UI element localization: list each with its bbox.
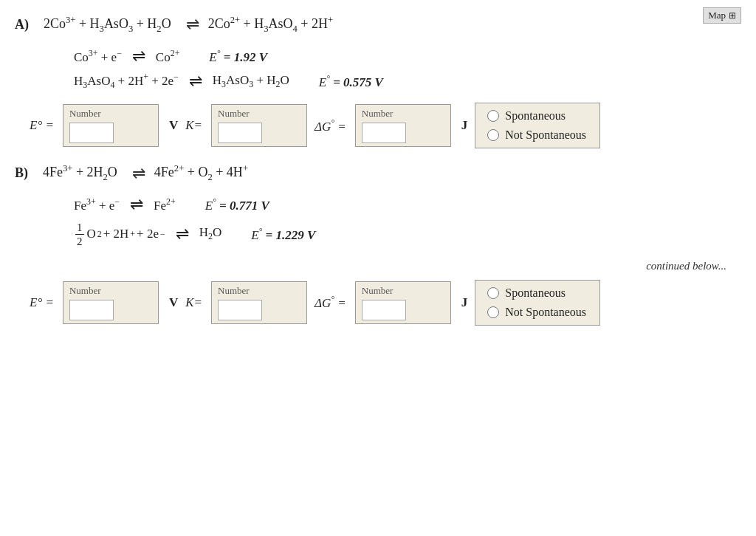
section-a-e-unit: V xyxy=(169,118,178,133)
section-b-k-number-label: Number xyxy=(218,285,300,297)
hr2-evalue: E° = 0.575 V xyxy=(319,73,383,90)
section-b-half-reaction-1: Fe3+ + e− ⇌ Fe2+ E° = 0.771 V xyxy=(74,196,741,213)
section-b-spontaneous-option[interactable]: Spontaneous xyxy=(487,286,588,300)
section-a-dg-label: ΔG° = xyxy=(315,117,346,134)
section-b-input-row: E° = Number V K= Number ΔG° = Number J S… xyxy=(30,280,741,326)
section-b-k-box: Number xyxy=(211,281,307,324)
section-a-k-box: Number xyxy=(211,104,307,147)
hr2-arrow: ⇌ xyxy=(189,73,202,89)
section-a-spontaneous-label: Spontaneous xyxy=(505,109,566,123)
hr1-right: Co2+ xyxy=(156,48,180,65)
section-b-half-reactions: Fe3+ + e− ⇌ Fe2+ E° = 0.771 V 1 2 O2 + 2… xyxy=(74,196,741,248)
section-b-not-spontaneous-label: Not Spontaneous xyxy=(505,306,586,319)
hr1-evalue: E° = 1.92 V xyxy=(209,48,267,65)
hr1-left: Co3+ + e− xyxy=(74,48,122,65)
section-b-spontaneous-label: Spontaneous xyxy=(505,286,566,300)
section-a-spontaneous-option[interactable]: Spontaneous xyxy=(487,109,588,123)
section-b-half-reaction-2: 1 2 O2 + 2H+ + 2e− ⇌ H2O E° = 1.229 V xyxy=(74,221,741,248)
section-a-not-spontaneous-label: Not Spontaneous xyxy=(505,128,586,142)
b-hr2-right: H2O xyxy=(199,225,222,242)
section-a-e-box: Number xyxy=(63,104,159,147)
section-b-radio-group: Spontaneous Not Spontaneous xyxy=(475,280,600,326)
section-b-main-left: 4Fe3+ + 2H2O xyxy=(43,163,117,183)
b-hr1-arrow: ⇌ xyxy=(130,196,143,213)
section-b-dg-number-label: Number xyxy=(362,285,444,297)
section-b-dg-box: Number xyxy=(355,281,451,324)
section-a-not-spontaneous-option[interactable]: Not Spontaneous xyxy=(487,128,588,142)
section-a-main-right: 2Co2+ + H3AsO4 + 2H+ xyxy=(208,15,333,35)
section-b-spontaneous-radio[interactable] xyxy=(487,287,499,299)
section-a-e-label: E° = xyxy=(30,118,54,133)
b-hr2-left: 1 2 O2 + 2H+ + 2e− xyxy=(74,221,165,248)
map-button[interactable]: Map ⊞ xyxy=(703,7,741,24)
section-b-main-right: 4Fe2+ + O2 + 4H+ xyxy=(154,163,248,183)
section-a: A) 2Co3+ + H3AsO3 + H2O ⇌ 2Co2+ + H3AsO4… xyxy=(15,15,741,148)
continued-label: continued below... xyxy=(15,260,726,272)
section-a-dg-input[interactable] xyxy=(362,123,406,143)
section-b-e-label: E° = xyxy=(30,295,54,310)
section-a-k-number-label: Number xyxy=(218,108,300,120)
section-a-half-reaction-2: H3AsO4 + 2H+ + 2e− ⇌ H3AsO3 + H2O E° = 0… xyxy=(74,72,741,91)
section-a-input-row: E° = Number V K= Number ΔG° = Number J S… xyxy=(30,103,741,148)
section-b-k-label: K= xyxy=(185,295,202,310)
section-b: B) 4Fe3+ + 2H2O ⇌ 4Fe2+ + O2 + 4H+ Fe3+ … xyxy=(15,163,741,325)
b-hr1-right: Fe2+ xyxy=(154,196,176,213)
section-b-k-input[interactable] xyxy=(218,300,262,320)
b-hr1-evalue: E° = 0.771 V xyxy=(205,196,269,213)
section-a-radio-group: Spontaneous Not Spontaneous xyxy=(475,103,600,148)
section-b-label: B) xyxy=(15,165,28,181)
section-a-dg-unit: J xyxy=(461,118,468,133)
section-a-half-reactions: Co3+ + e− ⇌ Co2+ E° = 1.92 V H3AsO4 + 2H… xyxy=(74,48,741,92)
section-a-dg-box: Number xyxy=(355,104,451,147)
b-hr2-arrow: ⇌ xyxy=(176,226,189,242)
section-a-main-left: 2Co3+ + H3AsO3 + H2O xyxy=(44,15,171,35)
section-b-e-input[interactable] xyxy=(69,300,114,320)
section-a-e-number-label: Number xyxy=(69,108,152,120)
map-button-label: Map xyxy=(708,10,726,21)
b-hr1-left: Fe3+ + e− xyxy=(74,196,120,213)
section-a-k-input[interactable] xyxy=(218,123,262,143)
section-a-half-reaction-1: Co3+ + e− ⇌ Co2+ E° = 1.92 V xyxy=(74,48,741,65)
main-eq-arrow-b: ⇌ xyxy=(132,165,145,182)
b-hr2-fraction: 1 2 xyxy=(75,221,84,248)
section-b-not-spontaneous-option[interactable]: Not Spontaneous xyxy=(487,306,588,319)
section-b-e-box: Number xyxy=(63,281,159,324)
section-b-e-number-label: Number xyxy=(69,285,152,297)
section-a-label: A) xyxy=(15,17,29,32)
section-a-k-label: K= xyxy=(185,118,202,133)
map-icon: ⊞ xyxy=(729,10,736,21)
section-a-not-spontaneous-radio[interactable] xyxy=(487,129,499,141)
main-eq-arrow-a: ⇌ xyxy=(186,16,199,32)
section-b-not-spontaneous-radio[interactable] xyxy=(487,306,499,318)
section-b-dg-unit: J xyxy=(461,295,468,310)
section-b-e-unit: V xyxy=(169,295,178,310)
b-hr2-evalue: E° = 1.229 V xyxy=(251,226,315,243)
section-a-dg-number-label: Number xyxy=(362,108,444,120)
section-b-dg-label: ΔG° = xyxy=(315,294,346,311)
section-a-spontaneous-radio[interactable] xyxy=(487,110,499,122)
hr2-right: H3AsO3 + H2O xyxy=(213,73,289,90)
section-a-e-input[interactable] xyxy=(69,123,114,143)
hr2-left: H3AsO4 + 2H+ + 2e− xyxy=(74,72,179,91)
section-b-dg-input[interactable] xyxy=(362,300,406,320)
hr1-arrow: ⇌ xyxy=(132,48,145,64)
